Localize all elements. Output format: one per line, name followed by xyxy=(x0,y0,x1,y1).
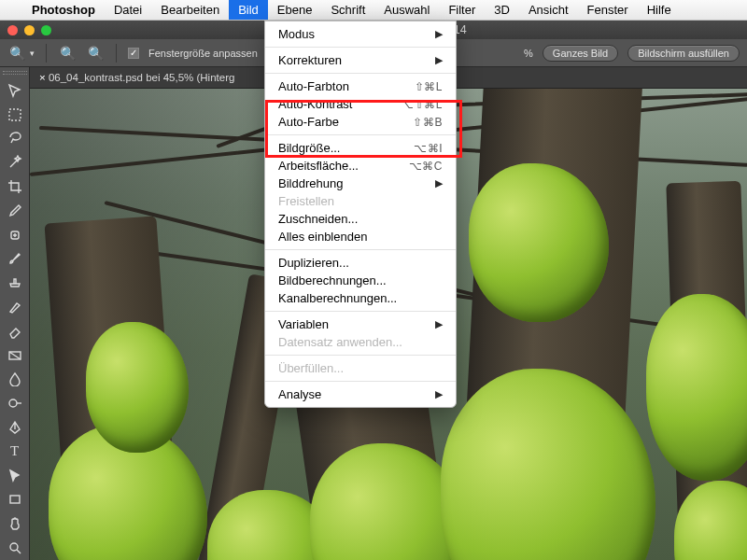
blur-tool[interactable] xyxy=(3,369,27,391)
menu-item-bildgroesse[interactable]: Bildgröße...⌥⌘I xyxy=(265,139,456,157)
magic-wand-tool[interactable] xyxy=(3,151,27,174)
menu-item-duplizieren[interactable]: Duplizieren... xyxy=(265,254,456,272)
bild-menu-dropdown: Modus▶ Korrekturen▶ Auto-Farbton⇧⌘L Auto… xyxy=(264,21,457,408)
menu-bearbeiten[interactable]: Bearbeiten xyxy=(151,0,229,20)
zoom-tool[interactable] xyxy=(3,537,27,559)
submenu-arrow-icon: ▶ xyxy=(435,388,443,400)
menu-ansicht[interactable]: Ansicht xyxy=(519,0,578,20)
menu-item-analyse[interactable]: Analyse▶ xyxy=(265,385,456,403)
rectangle-tool[interactable] xyxy=(3,488,27,511)
menu-item-auto-farbton[interactable]: Auto-Farbton⇧⌘L xyxy=(265,77,456,95)
chevron-down-icon: ▾ xyxy=(30,49,35,58)
dodge-tool[interactable] xyxy=(3,392,27,414)
fit-image-button[interactable]: Ganzes Bild xyxy=(543,45,618,62)
brush-tool[interactable] xyxy=(3,248,27,271)
tools-panel: T xyxy=(0,67,30,560)
maximize-button[interactable] xyxy=(41,25,51,35)
menu-item-korrekturen[interactable]: Korrekturen▶ xyxy=(265,51,456,69)
eyedropper-tool[interactable] xyxy=(3,200,27,222)
zoom-in-icon[interactable]: 🔍 xyxy=(58,44,77,63)
menu-schrift[interactable]: Schrift xyxy=(321,0,374,20)
healing-brush-tool[interactable] xyxy=(3,224,27,246)
menu-item-zuschneiden[interactable]: Zuschneiden... xyxy=(265,210,456,228)
menu-filter[interactable]: Filter xyxy=(439,0,485,20)
hand-tool[interactable] xyxy=(3,512,27,535)
menu-item-modus[interactable]: Modus▶ xyxy=(265,25,456,43)
menu-item-arbeitsflaeche[interactable]: Arbeitsfläche...⌥⌘C xyxy=(265,157,456,175)
svg-rect-0 xyxy=(9,109,21,120)
menu-item-alles-einblenden[interactable]: Alles einblenden xyxy=(265,228,456,245)
svg-point-5 xyxy=(10,543,18,551)
menu-3d[interactable]: 3D xyxy=(485,0,519,20)
eraser-tool[interactable] xyxy=(3,320,27,343)
tool-preset-dropdown[interactable]: 🔍 ▾ xyxy=(7,44,35,63)
submenu-arrow-icon: ▶ xyxy=(435,54,443,66)
fill-screen-button[interactable]: Bildschirm ausfüllen xyxy=(627,45,740,62)
zoom-tool-icon: 🔍 xyxy=(7,44,26,63)
submenu-arrow-icon: ▶ xyxy=(435,177,443,189)
panel-grip[interactable] xyxy=(3,69,27,77)
resize-window-label: Fenstergröße anpassen xyxy=(148,48,258,59)
crop-tool[interactable] xyxy=(3,175,27,198)
menu-hilfe[interactable]: Hilfe xyxy=(638,0,681,20)
separator xyxy=(116,44,117,63)
path-select-tool[interactable] xyxy=(3,465,27,487)
mac-menubar: Photoshop Datei Bearbeiten Bild Ebene Sc… xyxy=(0,0,747,21)
menu-ebene[interactable]: Ebene xyxy=(268,0,322,20)
submenu-arrow-icon: ▶ xyxy=(435,318,443,330)
close-button[interactable] xyxy=(7,25,18,35)
menu-datei[interactable]: Datei xyxy=(105,0,151,20)
menu-item-datensatz: Datensatz anwenden... xyxy=(265,333,456,351)
move-tool[interactable] xyxy=(3,79,27,102)
submenu-arrow-icon: ▶ xyxy=(435,28,443,40)
menu-item-auto-farbe[interactable]: Auto-Farbe⇧⌘B xyxy=(265,113,456,131)
pen-tool[interactable] xyxy=(3,416,27,439)
menu-bild[interactable]: Bild xyxy=(229,0,268,20)
svg-point-3 xyxy=(9,399,17,407)
history-brush-tool[interactable] xyxy=(3,296,27,318)
resize-window-checkbox[interactable]: ✓ xyxy=(128,48,139,59)
svg-rect-4 xyxy=(10,496,20,503)
menu-item-auto-kontrast[interactable]: Auto-Kontrast⌥⇧⌘L xyxy=(265,95,456,113)
minimize-button[interactable] xyxy=(24,25,35,35)
gradient-tool[interactable] xyxy=(3,344,27,367)
type-tool[interactable]: T xyxy=(3,441,27,463)
menu-fenster[interactable]: Fenster xyxy=(578,0,638,20)
clone-stamp-tool[interactable] xyxy=(3,272,27,294)
traffic-lights xyxy=(7,25,51,35)
zoom-out-icon[interactable]: 🔍 xyxy=(86,44,105,63)
menu-item-bilddrehung[interactable]: Bilddrehung▶ xyxy=(265,175,456,192)
menu-auswahl[interactable]: Auswahl xyxy=(374,0,439,20)
separator xyxy=(46,44,47,63)
lasso-tool[interactable] xyxy=(3,128,27,150)
marquee-tool[interactable] xyxy=(3,104,27,126)
zoom-pct-suffix: % xyxy=(524,48,533,59)
app-name[interactable]: Photoshop xyxy=(22,3,105,17)
document-tab-label: 06_04_kontrast.psd bei 45,5% (Hinterg xyxy=(49,72,234,83)
menu-item-freistellen: Freistellen xyxy=(265,192,456,210)
menu-item-ueberfuellen: Überfüllen... xyxy=(265,359,456,377)
menu-item-variablen[interactable]: Variablen▶ xyxy=(265,315,456,333)
menu-item-bildberechnungen[interactable]: Bildberechnungen... xyxy=(265,272,456,289)
menu-item-kanalberechnungen[interactable]: Kanalberechnungen... xyxy=(265,289,456,307)
